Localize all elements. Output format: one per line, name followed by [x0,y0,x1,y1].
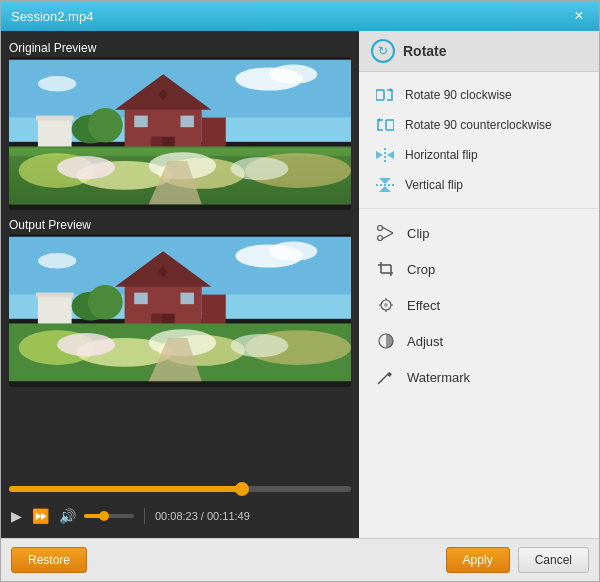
rotate-options: Rotate 90 clockwise Rotate 90 counterclo… [359,72,599,209]
output-preview-section: Output Preview [9,216,351,387]
horizontal-flip-icon [375,147,395,163]
vertical-flip[interactable]: Vertical flip [359,170,599,200]
rotate-cw-label: Rotate 90 clockwise [405,88,512,102]
svg-rect-38 [134,293,147,305]
svg-point-3 [269,65,317,84]
close-button[interactable]: × [569,6,589,26]
titlebar: Session2.mp4 × [1,1,599,31]
vertical-flip-label: Vertical flip [405,178,463,192]
svg-rect-11 [180,116,193,128]
rotate-title: Rotate [403,43,447,59]
effect-tool[interactable]: Effect [359,287,599,323]
output-preview [9,234,351,387]
svg-rect-42 [36,293,74,298]
svg-point-31 [269,242,317,261]
svg-point-63 [378,236,383,241]
right-panel: ↻ Rotate Rotate 90 clockwise [359,31,599,538]
svg-rect-10 [134,116,147,128]
progress-handle[interactable] [235,482,249,496]
window-title: Session2.mp4 [11,9,569,24]
crop-label: Crop [407,262,435,277]
clip-tool[interactable]: Clip [359,215,599,251]
svg-point-26 [231,157,289,180]
volume-slider[interactable] [84,514,134,518]
svg-marker-60 [379,178,391,184]
original-video-frame [9,57,351,207]
playback-controls: ▶ ⏩ 🔊 00:08:23 / 00:11:49 [9,502,351,530]
time-display: 00:08:23 / 00:11:49 [155,510,250,522]
tool-list: Clip Crop [359,209,599,538]
svg-point-52 [231,334,289,357]
progress-bar[interactable] [9,486,351,492]
rotate-icon: ↻ [371,39,395,63]
preview-section: Original Preview [9,39,351,476]
svg-point-4 [38,76,77,91]
divider [144,508,145,524]
original-label: Original Preview [9,39,351,57]
adjust-label: Adjust [407,334,443,349]
action-buttons: Apply Cancel [446,547,589,573]
watermark-tool[interactable]: Watermark [359,359,599,395]
vertical-flip-icon [375,177,395,193]
svg-rect-54 [376,90,384,100]
adjust-tool[interactable]: Adjust [359,323,599,359]
crop-icon [375,260,397,278]
effect-label: Effect [407,298,440,313]
svg-marker-61 [379,186,391,192]
rotate-header: ↻ Rotate [359,31,599,72]
rotate-90-cw[interactable]: Rotate 90 clockwise [359,80,599,110]
output-video-frame [9,234,351,384]
svg-line-65 [382,233,393,239]
watermark-label: Watermark [407,370,470,385]
bottom-bar: Restore Apply Cancel [1,538,599,581]
clip-icon [375,224,397,242]
effect-icon [375,296,397,314]
svg-marker-79 [387,372,392,377]
fast-forward-button[interactable]: ⏩ [30,506,51,526]
svg-marker-58 [387,151,394,159]
svg-line-64 [382,227,393,233]
rotate-cw-icon [375,87,395,103]
horizontal-flip-label: Horizontal flip [405,148,478,162]
rotate-ccw-label: Rotate 90 counterclockwise [405,118,552,132]
svg-point-62 [378,226,383,231]
rotate-ccw-icon [375,117,395,133]
output-label: Output Preview [9,216,351,234]
svg-point-24 [57,156,115,179]
svg-rect-14 [36,116,74,121]
mute-button[interactable]: 🔊 [57,506,78,526]
play-button[interactable]: ▶ [9,506,24,526]
svg-point-32 [38,253,77,268]
main-window: Session2.mp4 × Original Preview [0,0,600,582]
svg-marker-57 [376,151,383,159]
svg-point-16 [88,108,123,143]
adjust-icon [375,332,397,350]
svg-line-80 [378,381,381,384]
content-area: Original Preview [1,31,599,538]
volume-handle [99,511,109,521]
crop-tool[interactable]: Crop [359,251,599,287]
watermark-icon [375,368,397,386]
svg-rect-70 [381,265,391,273]
clip-label: Clip [407,226,429,241]
svg-rect-55 [386,120,394,130]
rotate-90-ccw[interactable]: Rotate 90 counterclockwise [359,110,599,140]
original-preview [9,57,351,210]
original-preview-section: Original Preview [9,39,351,210]
svg-point-44 [88,285,123,320]
svg-point-76 [384,303,388,307]
svg-point-50 [57,333,115,356]
cancel-button[interactable]: Cancel [518,547,589,573]
left-panel: Original Preview [1,31,359,538]
apply-button[interactable]: Apply [446,547,510,573]
horizontal-flip[interactable]: Horizontal flip [359,140,599,170]
svg-rect-39 [180,293,193,305]
progress-fill [9,486,242,492]
progress-section [9,482,351,496]
restore-button[interactable]: Restore [11,547,87,573]
